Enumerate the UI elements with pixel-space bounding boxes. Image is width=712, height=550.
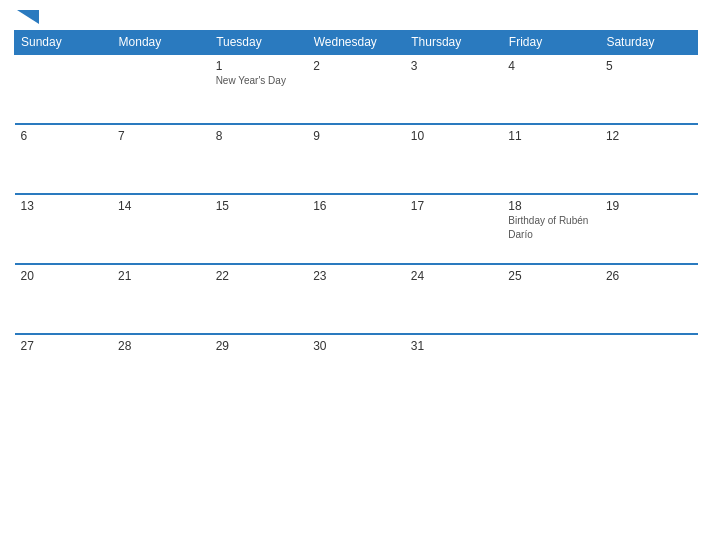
day-of-week-header: Friday: [502, 31, 600, 55]
day-number: 24: [411, 269, 497, 283]
day-number: 2: [313, 59, 399, 73]
day-number: 22: [216, 269, 302, 283]
day-number: 9: [313, 129, 399, 143]
calendar-cell: 14: [112, 194, 210, 264]
day-number: 11: [508, 129, 594, 143]
calendar-week-row: 1New Year's Day2345: [15, 54, 698, 124]
calendar-week-row: 20212223242526: [15, 264, 698, 334]
calendar-cell: 17: [405, 194, 503, 264]
calendar-cell: 5: [600, 54, 698, 124]
calendar-cell: 19: [600, 194, 698, 264]
day-number: 10: [411, 129, 497, 143]
day-number: 31: [411, 339, 497, 353]
calendar-cell: 1New Year's Day: [210, 54, 308, 124]
calendar-cell: 23: [307, 264, 405, 334]
calendar-cell: [15, 54, 113, 124]
calendar-cell: 22: [210, 264, 308, 334]
calendar-cell: 16: [307, 194, 405, 264]
calendar-cell: 13: [15, 194, 113, 264]
calendar-cell: 3: [405, 54, 503, 124]
calendar-cell: 18Birthday of Rubén Darío: [502, 194, 600, 264]
day-number: 28: [118, 339, 204, 353]
calendar-cell: 4: [502, 54, 600, 124]
day-number: 19: [606, 199, 692, 213]
day-number: 13: [21, 199, 107, 213]
logo: [14, 10, 39, 24]
day-of-week-header: Monday: [112, 31, 210, 55]
day-number: 1: [216, 59, 302, 73]
day-number: 23: [313, 269, 399, 283]
svg-marker-0: [17, 10, 39, 24]
day-number: 12: [606, 129, 692, 143]
day-number: 29: [216, 339, 302, 353]
calendar-cell: 8: [210, 124, 308, 194]
calendar-cell: 12: [600, 124, 698, 194]
calendar-table: SundayMondayTuesdayWednesdayThursdayFrid…: [14, 30, 698, 404]
day-event: New Year's Day: [216, 75, 286, 86]
day-number: 15: [216, 199, 302, 213]
day-number: 20: [21, 269, 107, 283]
calendar-cell: 9: [307, 124, 405, 194]
calendar-cell: 25: [502, 264, 600, 334]
calendar-page: SundayMondayTuesdayWednesdayThursdayFrid…: [0, 0, 712, 550]
calendar-week-row: 131415161718Birthday of Rubén Darío19: [15, 194, 698, 264]
calendar-cell: 15: [210, 194, 308, 264]
calendar-header-row: SundayMondayTuesdayWednesdayThursdayFrid…: [15, 31, 698, 55]
calendar-cell: 20: [15, 264, 113, 334]
calendar-cell: 24: [405, 264, 503, 334]
day-number: 18: [508, 199, 594, 213]
calendar-cell: 10: [405, 124, 503, 194]
day-number: 30: [313, 339, 399, 353]
calendar-cell: 7: [112, 124, 210, 194]
day-number: 21: [118, 269, 204, 283]
day-number: 14: [118, 199, 204, 213]
day-number: 5: [606, 59, 692, 73]
day-of-week-header: Tuesday: [210, 31, 308, 55]
day-of-week-header: Sunday: [15, 31, 113, 55]
day-number: 3: [411, 59, 497, 73]
calendar-cell: 26: [600, 264, 698, 334]
calendar-cell: 21: [112, 264, 210, 334]
day-number: 8: [216, 129, 302, 143]
calendar-cell: 28: [112, 334, 210, 404]
calendar-cell: 30: [307, 334, 405, 404]
calendar-cell: [502, 334, 600, 404]
calendar-cell: 27: [15, 334, 113, 404]
day-of-week-header: Saturday: [600, 31, 698, 55]
calendar-week-row: 2728293031: [15, 334, 698, 404]
day-number: 6: [21, 129, 107, 143]
day-number: 25: [508, 269, 594, 283]
day-of-week-header: Wednesday: [307, 31, 405, 55]
calendar-week-row: 6789101112: [15, 124, 698, 194]
calendar-cell: 31: [405, 334, 503, 404]
logo-flag-icon: [17, 10, 39, 24]
day-number: 27: [21, 339, 107, 353]
calendar-cell: 2: [307, 54, 405, 124]
day-number: 26: [606, 269, 692, 283]
calendar-header: [14, 10, 698, 24]
calendar-cell: 6: [15, 124, 113, 194]
day-number: 17: [411, 199, 497, 213]
calendar-cell: 29: [210, 334, 308, 404]
day-number: 16: [313, 199, 399, 213]
day-number: 4: [508, 59, 594, 73]
day-of-week-header: Thursday: [405, 31, 503, 55]
calendar-cell: [600, 334, 698, 404]
calendar-cell: 11: [502, 124, 600, 194]
calendar-cell: [112, 54, 210, 124]
day-number: 7: [118, 129, 204, 143]
day-event: Birthday of Rubén Darío: [508, 215, 588, 240]
